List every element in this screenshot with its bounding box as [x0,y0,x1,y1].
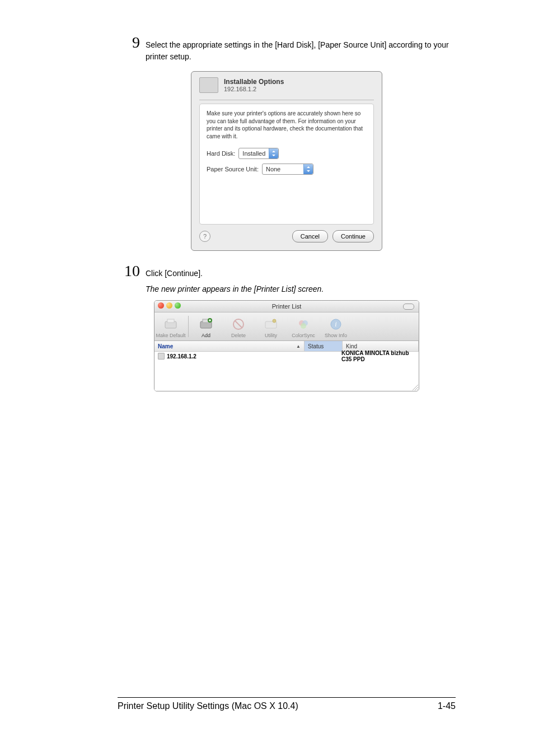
window-title: Printer List [272,303,302,310]
page-number: 1-45 [438,701,456,711]
step-9: 9 Select the appropriate settings in the… [118,34,456,63]
svg-line-6 [235,321,242,328]
svg-point-11 [301,323,306,329]
row-kind-cell: KONICA MINOLTA bizhub C35 PPD [338,350,419,362]
step-text: Select the appropriate settings in the [… [146,39,456,63]
svg-point-8 [273,319,276,323]
dialog-description: Make sure your printer's options are acc… [207,110,367,140]
svg-text:i: i [335,320,336,328]
paper-source-label: Paper Source Unit: [207,166,259,172]
hard-disk-row: Hard Disk: Installed [207,148,367,159]
step-text: Click [Continue]. [146,268,456,279]
footer-rule [118,697,456,698]
cancel-button[interactable]: Cancel [292,230,328,242]
page-footer: Printer Setup Utility Settings (Mac OS X… [118,697,456,711]
dialog-footer: ? Cancel Continue [191,225,382,250]
step-number: 10 [118,262,140,280]
info-icon: i [328,317,344,332]
step-number: 9 [118,34,140,52]
utility-button[interactable]: Utility [255,312,287,340]
window-titlebar: Printer List [154,301,419,312]
minimize-icon[interactable] [166,302,172,309]
table-row[interactable]: 192.168.1.2 KONICA MINOLTA bizhub C35 PP… [154,352,419,361]
continue-button[interactable]: Continue [332,230,374,242]
add-button[interactable]: Add [190,312,222,340]
chevron-updown-icon [303,164,313,174]
printer-icon [158,353,165,360]
utility-icon [263,317,279,332]
traffic-lights [158,302,181,309]
hard-disk-value: Installed [239,150,269,157]
printer-list-window: Printer List Make Default Add Delete Uti… [154,300,419,391]
installable-options-dialog: Installable Options 192.168.1.2 Make sur… [191,71,382,251]
row-name-cell: 192.168.1.2 [154,353,304,360]
col-name[interactable]: Name▲ [154,341,305,351]
delete-button[interactable]: Delete [222,312,255,340]
paper-source-value: None [263,166,303,172]
chevron-updown-icon [269,148,278,158]
toolbar-toggle-icon[interactable] [403,304,414,310]
paper-source-select[interactable]: None [262,164,313,175]
make-default-button[interactable]: Make Default [154,312,187,340]
dialog-ip: 192.168.1.2 [224,86,284,92]
resize-handle-icon[interactable] [411,383,419,391]
dialog-body: Make sure your printer's options are acc… [199,104,374,225]
printer-icon [199,77,218,93]
dialog-header: Installable Options 192.168.1.2 [191,72,382,96]
list-rows: 192.168.1.2 KONICA MINOLTA bizhub C35 PP… [154,352,419,391]
toolbar: Make Default Add Delete Utility ColorSyn… [154,312,419,341]
separator [188,316,189,337]
sort-asc-icon: ▲ [296,344,301,349]
showinfo-button[interactable]: i Show Info [320,312,352,340]
step-10-result: The new printer appears in the [Printer … [146,284,456,293]
hard-disk-select[interactable]: Installed [238,148,279,159]
help-button[interactable]: ? [199,231,210,242]
hard-disk-label: Hard Disk: [207,150,235,157]
page: 9 Select the appropriate settings in the… [0,0,534,756]
paper-source-row: Paper Source Unit: None [207,164,367,175]
colorsync-button[interactable]: ColorSync [287,312,320,340]
svg-rect-1 [167,319,174,323]
col-status[interactable]: Status [305,341,343,351]
footer-title: Printer Setup Utility Settings (Mac OS X… [118,701,298,711]
divider [199,100,374,100]
colorsync-icon [296,317,311,332]
dialog-title: Installable Options [224,78,284,86]
close-icon[interactable] [158,302,164,309]
printer-icon [163,317,179,332]
delete-icon [231,317,246,332]
printer-add-icon [198,317,214,332]
zoom-icon[interactable] [175,302,181,309]
step-10: 10 Click [Continue]. [118,262,456,280]
